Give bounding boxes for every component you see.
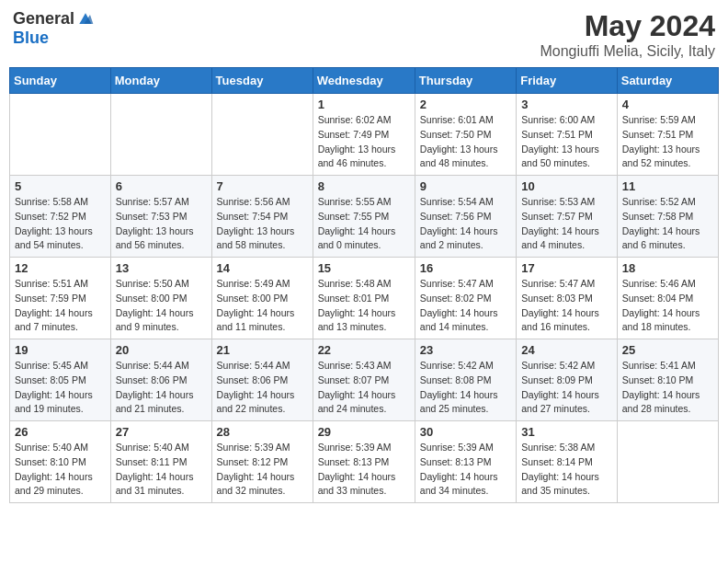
calendar-cell — [10, 94, 111, 176]
calendar-cell — [110, 94, 211, 176]
day-number: 20 — [116, 343, 207, 357]
day-info: Sunrise: 5:55 AM Sunset: 7:55 PM Dayligh… — [318, 195, 410, 253]
calendar-header-saturday: Saturday — [617, 68, 718, 94]
day-number: 29 — [318, 425, 410, 439]
logo-icon — [76, 10, 95, 29]
calendar-header-friday: Friday — [517, 68, 618, 94]
day-info: Sunrise: 5:52 AM Sunset: 7:58 PM Dayligh… — [622, 195, 713, 253]
day-info: Sunrise: 5:47 AM Sunset: 8:02 PM Dayligh… — [420, 277, 511, 335]
calendar-header-row: SundayMondayTuesdayWednesdayThursdayFrid… — [10, 68, 719, 94]
day-info: Sunrise: 5:38 AM Sunset: 8:14 PM Dayligh… — [521, 441, 612, 499]
calendar-header-tuesday: Tuesday — [211, 68, 313, 94]
logo-blue-text: Blue — [13, 29, 49, 48]
day-number: 16 — [420, 261, 511, 275]
calendar-cell: 13Sunrise: 5:50 AM Sunset: 8:00 PM Dayli… — [110, 258, 211, 339]
day-number: 12 — [15, 261, 106, 275]
calendar-week-row: 1Sunrise: 6:02 AM Sunset: 7:49 PM Daylig… — [10, 94, 719, 176]
calendar-cell: 3Sunrise: 6:00 AM Sunset: 7:51 PM Daylig… — [517, 94, 618, 176]
calendar-cell: 26Sunrise: 5:40 AM Sunset: 8:10 PM Dayli… — [10, 421, 111, 503]
day-info: Sunrise: 5:44 AM Sunset: 8:06 PM Dayligh… — [116, 359, 207, 417]
day-info: Sunrise: 5:53 AM Sunset: 7:57 PM Dayligh… — [521, 195, 612, 253]
calendar-table: SundayMondayTuesdayWednesdayThursdayFrid… — [9, 67, 719, 503]
calendar-header-sunday: Sunday — [10, 68, 111, 94]
calendar-cell: 20Sunrise: 5:44 AM Sunset: 8:06 PM Dayli… — [110, 339, 211, 421]
calendar-cell: 4Sunrise: 5:59 AM Sunset: 7:51 PM Daylig… — [617, 94, 718, 176]
calendar-cell: 2Sunrise: 6:01 AM Sunset: 7:50 PM Daylig… — [415, 94, 516, 176]
day-info: Sunrise: 6:02 AM Sunset: 7:49 PM Dayligh… — [318, 113, 410, 171]
day-info: Sunrise: 5:41 AM Sunset: 8:10 PM Dayligh… — [622, 359, 713, 417]
calendar-cell: 11Sunrise: 5:52 AM Sunset: 7:58 PM Dayli… — [617, 176, 718, 258]
day-info: Sunrise: 5:45 AM Sunset: 8:05 PM Dayligh… — [15, 359, 106, 417]
day-number: 25 — [622, 343, 713, 357]
calendar-week-row: 19Sunrise: 5:45 AM Sunset: 8:05 PM Dayli… — [10, 339, 719, 421]
day-number: 30 — [420, 425, 511, 439]
calendar-header-thursday: Thursday — [415, 68, 516, 94]
day-number: 27 — [116, 425, 207, 439]
calendar-cell: 29Sunrise: 5:39 AM Sunset: 8:13 PM Dayli… — [313, 421, 415, 503]
calendar-week-row: 26Sunrise: 5:40 AM Sunset: 8:10 PM Dayli… — [10, 421, 719, 503]
day-info: Sunrise: 5:39 AM Sunset: 8:13 PM Dayligh… — [420, 441, 511, 499]
day-info: Sunrise: 5:48 AM Sunset: 8:01 PM Dayligh… — [318, 277, 410, 335]
calendar-cell: 17Sunrise: 5:47 AM Sunset: 8:03 PM Dayli… — [517, 258, 618, 339]
calendar-cell: 5Sunrise: 5:58 AM Sunset: 7:52 PM Daylig… — [10, 176, 111, 258]
day-number: 22 — [318, 343, 410, 357]
day-info: Sunrise: 5:43 AM Sunset: 8:07 PM Dayligh… — [318, 359, 410, 417]
calendar-header-wednesday: Wednesday — [313, 68, 415, 94]
calendar-week-row: 12Sunrise: 5:51 AM Sunset: 7:59 PM Dayli… — [10, 258, 719, 339]
calendar-cell — [617, 421, 718, 503]
day-number: 14 — [217, 261, 308, 275]
day-number: 6 — [116, 179, 207, 193]
logo-general-text: General — [13, 9, 74, 29]
day-info: Sunrise: 6:00 AM Sunset: 7:51 PM Dayligh… — [521, 113, 612, 171]
day-number: 10 — [521, 179, 612, 193]
day-number: 15 — [318, 261, 410, 275]
day-info: Sunrise: 5:58 AM Sunset: 7:52 PM Dayligh… — [15, 195, 106, 253]
calendar-cell: 14Sunrise: 5:49 AM Sunset: 8:00 PM Dayli… — [211, 258, 313, 339]
calendar-cell: 19Sunrise: 5:45 AM Sunset: 8:05 PM Dayli… — [10, 339, 111, 421]
calendar-cell: 23Sunrise: 5:42 AM Sunset: 8:08 PM Dayli… — [415, 339, 516, 421]
day-number: 28 — [217, 425, 308, 439]
calendar-cell: 16Sunrise: 5:47 AM Sunset: 8:02 PM Dayli… — [415, 258, 516, 339]
day-number: 18 — [622, 261, 713, 275]
day-info: Sunrise: 5:56 AM Sunset: 7:54 PM Dayligh… — [217, 195, 308, 253]
day-info: Sunrise: 5:54 AM Sunset: 7:56 PM Dayligh… — [420, 195, 511, 253]
day-info: Sunrise: 5:42 AM Sunset: 8:08 PM Dayligh… — [420, 359, 511, 417]
day-info: Sunrise: 5:39 AM Sunset: 8:12 PM Dayligh… — [217, 441, 308, 499]
day-number: 2 — [420, 98, 511, 111]
calendar-cell: 15Sunrise: 5:48 AM Sunset: 8:01 PM Dayli… — [313, 258, 415, 339]
day-number: 11 — [622, 179, 713, 193]
calendar-cell: 31Sunrise: 5:38 AM Sunset: 8:14 PM Dayli… — [517, 421, 618, 503]
day-info: Sunrise: 5:40 AM Sunset: 8:11 PM Dayligh… — [116, 441, 207, 499]
day-number: 21 — [217, 343, 308, 357]
day-info: Sunrise: 5:39 AM Sunset: 8:13 PM Dayligh… — [318, 441, 410, 499]
day-number: 26 — [15, 425, 106, 439]
calendar-cell: 24Sunrise: 5:42 AM Sunset: 8:09 PM Dayli… — [517, 339, 618, 421]
calendar-cell: 22Sunrise: 5:43 AM Sunset: 8:07 PM Dayli… — [313, 339, 415, 421]
calendar-cell: 25Sunrise: 5:41 AM Sunset: 8:10 PM Dayli… — [617, 339, 718, 421]
day-number: 4 — [622, 98, 713, 111]
day-info: Sunrise: 5:40 AM Sunset: 8:10 PM Dayligh… — [15, 441, 106, 499]
calendar-cell: 9Sunrise: 5:54 AM Sunset: 7:56 PM Daylig… — [415, 176, 516, 258]
day-info: Sunrise: 5:47 AM Sunset: 8:03 PM Dayligh… — [521, 277, 612, 335]
day-number: 31 — [521, 425, 612, 439]
logo: General Blue — [13, 9, 95, 48]
day-info: Sunrise: 5:57 AM Sunset: 7:53 PM Dayligh… — [116, 195, 207, 253]
page-header: General Blue May 2024 Mongiuffi Melia, S… — [9, 9, 719, 60]
calendar-cell: 7Sunrise: 5:56 AM Sunset: 7:54 PM Daylig… — [211, 176, 313, 258]
day-number: 13 — [116, 261, 207, 275]
day-info: Sunrise: 5:50 AM Sunset: 8:00 PM Dayligh… — [116, 277, 207, 335]
calendar-header-monday: Monday — [110, 68, 211, 94]
month-title: May 2024 — [540, 9, 715, 43]
day-info: Sunrise: 5:49 AM Sunset: 8:00 PM Dayligh… — [217, 277, 308, 335]
day-number: 5 — [15, 179, 106, 193]
day-number: 23 — [420, 343, 511, 357]
calendar-cell: 12Sunrise: 5:51 AM Sunset: 7:59 PM Dayli… — [10, 258, 111, 339]
day-info: Sunrise: 5:42 AM Sunset: 8:09 PM Dayligh… — [521, 359, 612, 417]
calendar-cell: 8Sunrise: 5:55 AM Sunset: 7:55 PM Daylig… — [313, 176, 415, 258]
calendar-cell: 18Sunrise: 5:46 AM Sunset: 8:04 PM Dayli… — [617, 258, 718, 339]
day-number: 9 — [420, 179, 511, 193]
calendar-cell: 30Sunrise: 5:39 AM Sunset: 8:13 PM Dayli… — [415, 421, 516, 503]
calendar-cell: 6Sunrise: 5:57 AM Sunset: 7:53 PM Daylig… — [110, 176, 211, 258]
calendar-week-row: 5Sunrise: 5:58 AM Sunset: 7:52 PM Daylig… — [10, 176, 719, 258]
day-number: 17 — [521, 261, 612, 275]
